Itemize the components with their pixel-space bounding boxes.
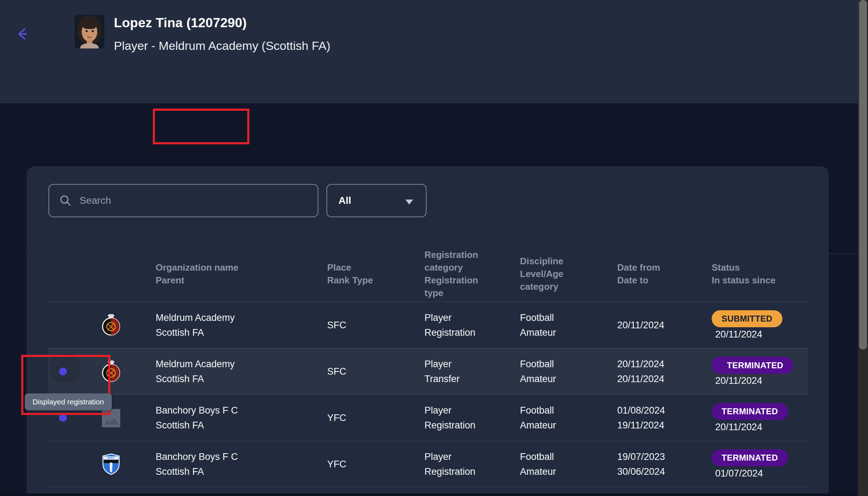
registration-type: Registration: [424, 464, 475, 479]
table-row[interactable]: BYFC Banchory Boys F C Scottish FA YFC P…: [48, 441, 808, 487]
in-status-since: 20/11/2024: [712, 375, 788, 386]
in-status-since: 20/11/2024: [712, 329, 782, 340]
status-badge: SUBMITTED: [712, 310, 782, 327]
page-subtitle: Player - Meldrum Academy (Scottish FA): [114, 39, 330, 53]
displayed-registration-dot-icon: [59, 414, 67, 422]
chevron-down-icon: [405, 200, 413, 204]
annotation-box-registrations-tab: [153, 109, 249, 144]
rank-type: YFC: [327, 410, 346, 425]
level-age-category: Amateur: [520, 371, 556, 386]
org-name: Meldrum Academy: [156, 310, 235, 325]
date-to: 20/11/2024: [617, 371, 664, 386]
table-row[interactable]: BYFC Banchory Boys F C Scottish FA YFC P…: [48, 394, 808, 441]
displayed-registration-tooltip: Displayed registration: [25, 393, 112, 410]
rank-type: SFC: [327, 364, 346, 379]
search-icon: [59, 194, 72, 207]
search-input[interactable]: [79, 195, 318, 207]
avatar: [75, 15, 104, 48]
org-parent: Scottish FA: [156, 418, 238, 433]
org-parent: Scottish FA: [156, 371, 235, 386]
status-badge: TERMINATED: [712, 403, 788, 420]
column-header-status: StatusIn status since: [712, 246, 804, 302]
svg-text:BYFC: BYFC: [108, 457, 114, 459]
discipline: Football: [520, 310, 556, 325]
organization-logo-banchory: BYFC: [102, 453, 121, 475]
discipline: Football: [520, 449, 556, 464]
org-name: Banchory Boys F C: [156, 449, 238, 464]
status-badge: TERMINATED: [717, 357, 793, 374]
date-from: 20/11/2024: [617, 318, 664, 333]
registration-type: Registration: [424, 418, 475, 433]
rank-type: SFC: [327, 318, 346, 333]
level-age-category: Amateur: [520, 464, 556, 479]
status-badge: TERMINATED: [712, 449, 788, 466]
registration-category: Player: [424, 449, 475, 464]
date-to: 30/06/2024: [617, 464, 665, 479]
table-body: BYFC Meldrum Academy Scottish FA SFC Pla…: [48, 302, 808, 487]
partial-row-status-badge: TERMINATED: [717, 357, 793, 374]
discipline: Football: [520, 357, 556, 371]
registration-category: Player: [424, 403, 475, 418]
registration-type: Transfer: [424, 371, 460, 386]
in-status-since: 20/11/2024: [712, 422, 788, 433]
registration-category: Player: [424, 357, 460, 371]
registration-category: Player: [424, 310, 475, 325]
search-box: [48, 184, 318, 217]
table-header: Organization nameParent PlaceRank Type R…: [48, 246, 808, 302]
bottom-edge: [0, 494, 858, 496]
level-age-category: Amateur: [520, 325, 556, 340]
rank-type: YFC: [327, 457, 346, 472]
type-filter-value: All: [338, 195, 351, 206]
tab-bar: Details Person Registrations Licenses Ev…: [0, 104, 868, 167]
column-header-place: PlaceRank Type: [327, 246, 398, 302]
column-header-discipline: DisciplineLevel/Age category: [520, 246, 591, 302]
page-title: Lopez Tina (1207290): [114, 16, 330, 30]
date-from: 20/11/2024: [617, 357, 664, 371]
org-name: Meldrum Academy: [156, 357, 235, 371]
org-name: Banchory Boys F C: [156, 403, 238, 418]
registrations-panel: All Organization nameParent PlaceRank Ty…: [27, 166, 829, 496]
date-from: 01/08/2024: [617, 403, 665, 418]
arrow-left-icon: [14, 24, 34, 44]
column-header-organization: Organization nameParent: [156, 246, 272, 302]
registration-type: Registration: [424, 325, 475, 340]
organization-logo-meldrum: [102, 314, 121, 336]
page-header: Lopez Tina (1207290) Player - Meldrum Ac…: [0, 0, 868, 104]
back-button[interactable]: [14, 24, 34, 44]
column-header-registration: Registration categoryRegistration type: [424, 246, 499, 302]
level-age-category: Amateur: [520, 418, 556, 433]
discipline: Football: [520, 403, 556, 418]
org-parent: Scottish FA: [156, 464, 238, 479]
date-from: 19/07/2023: [617, 449, 665, 464]
player-registrations-screen: Lopez Tina (1207290) Player - Meldrum Ac…: [0, 0, 868, 496]
org-parent: Scottish FA: [156, 325, 235, 340]
type-filter-dropdown[interactable]: All: [326, 184, 427, 217]
in-status-since: 01/07/2024: [712, 468, 788, 479]
scrollbar-thumb[interactable]: [859, 0, 867, 350]
scrollbar-track[interactable]: [858, 0, 868, 496]
column-header-dates: Date fromDate to: [617, 246, 695, 302]
table-row[interactable]: BYFC Meldrum Academy Scottish FA SFC Pla…: [48, 348, 808, 394]
date-to: 19/11/2024: [617, 418, 665, 433]
table-row[interactable]: BYFC Meldrum Academy Scottish FA SFC Pla…: [48, 302, 808, 348]
